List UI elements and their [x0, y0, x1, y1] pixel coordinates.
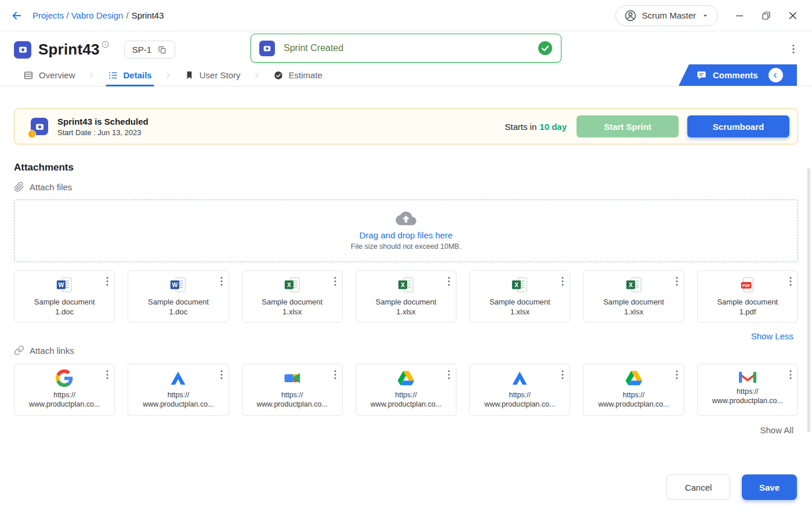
kebab-icon — [561, 277, 564, 286]
toast-message: Sprint Created — [284, 43, 529, 53]
link-card[interactable]: https:// www.productplan.co... — [128, 364, 229, 416]
kebab-icon — [789, 370, 792, 379]
tab-user-story[interactable]: User Story — [182, 64, 243, 86]
link-url: https:// www.productplan.co... — [29, 390, 100, 409]
file-name: Sample document 1.xlsx — [490, 298, 550, 317]
link-card[interactable]: https:// www.productplan.co... — [697, 364, 798, 416]
cancel-button[interactable]: Cancel — [666, 474, 730, 500]
kebab-icon — [220, 277, 223, 286]
attachments-heading: Attachments — [14, 162, 798, 173]
link-card[interactable]: https:// www.productplan.co... — [469, 364, 570, 416]
file-menu-button[interactable] — [444, 274, 454, 290]
user-menu-label: Scrum Master — [642, 10, 696, 20]
kebab-icon — [334, 370, 336, 379]
breadcrumb-current: Sprint43 — [132, 10, 164, 20]
bookmark-icon — [184, 70, 194, 80]
scrollbar-thumb[interactable] — [807, 168, 810, 432]
kebab-icon — [676, 370, 678, 379]
link-url: https:// www.productplan.co... — [598, 390, 669, 409]
back-button[interactable] — [9, 8, 24, 23]
link-card[interactable]: https:// www.productplan.co... — [242, 364, 343, 416]
collapse-panel-icon[interactable] — [768, 68, 783, 82]
breadcrumb-links[interactable]: Projects / Vabro Design — [32, 10, 123, 20]
link-menu-button[interactable] — [331, 368, 340, 383]
tab-details[interactable]: Details — [106, 64, 154, 86]
file-card[interactable]: Sample document 1.doc — [14, 270, 115, 322]
file-card[interactable]: Sample document 1.xlsx — [356, 270, 456, 322]
page-menu-button[interactable] — [789, 42, 798, 58]
file-menu-button[interactable] — [672, 274, 682, 290]
link-menu-button[interactable] — [786, 368, 795, 383]
footer-actions: Cancel Save — [666, 474, 797, 500]
close-button[interactable] — [786, 9, 799, 22]
starts-in-text: Starts in 10 day — [505, 122, 567, 132]
excel-file-icon — [283, 276, 302, 293]
link-url: https:// www.productplan.co... — [371, 390, 441, 409]
link-card[interactable]: https:// www.productplan.co... — [14, 364, 115, 416]
file-card[interactable]: Sample document 1.pdf — [697, 270, 798, 322]
file-menu-button[interactable] — [558, 274, 567, 290]
copy-button[interactable] — [158, 45, 167, 55]
breadcrumb: Projects / Vabro Design / Sprint43 — [32, 10, 164, 20]
dropzone-title: Drag and drop files here — [360, 230, 453, 240]
file-card[interactable]: Sample document 1.xlsx — [469, 270, 570, 322]
user-menu-button[interactable]: Scrum Master — [615, 5, 718, 26]
restore-button[interactable] — [760, 9, 773, 22]
kebab-icon — [448, 370, 450, 379]
kebab-icon — [561, 370, 564, 379]
window-controls — [733, 9, 799, 22]
dropzone-subtitle: File size should not exceed 10MB. — [351, 242, 461, 251]
save-button[interactable]: Save — [742, 474, 797, 500]
tabbar: Overview Details User Story Estimate — [0, 64, 812, 86]
file-menu-button[interactable] — [217, 274, 226, 290]
attach-files-label: Attach files — [30, 182, 72, 192]
file-menu-button[interactable] — [331, 274, 340, 290]
copy-icon — [158, 45, 167, 55]
pdf-file-icon — [738, 276, 757, 293]
info-icon[interactable] — [102, 41, 109, 50]
starts-in-value: 10 day — [539, 122, 567, 132]
excel-file-icon — [397, 276, 415, 293]
file-dropzone[interactable]: Drag and drop files here File size shoul… — [14, 200, 798, 262]
restore-icon — [761, 10, 771, 21]
chevron-right-icon — [164, 71, 173, 80]
overview-icon — [23, 70, 34, 81]
file-menu-button[interactable] — [786, 274, 795, 290]
start-sprint-button[interactable]: Start Sprint — [577, 115, 679, 137]
link-menu-button[interactable] — [558, 368, 567, 383]
tab-label: Overview — [39, 70, 75, 80]
arrow-left-icon — [10, 9, 23, 22]
tab-estimate[interactable]: Estimate — [271, 64, 325, 86]
link-card[interactable]: https:// www.productplan.co... — [356, 364, 456, 416]
link-card[interactable]: https:// www.productplan.co... — [583, 364, 684, 416]
scrumboard-button[interactable]: Scrumboard — [687, 115, 789, 137]
show-less-link[interactable]: Show Less — [15, 331, 797, 342]
vabro-logo-icon — [259, 41, 275, 56]
excel-file-icon — [510, 276, 529, 293]
attach-files-row: Attach files — [14, 182, 798, 192]
attach-links-row: Attach links — [14, 345, 798, 356]
file-cards: Sample document 1.doc Sample document 1.… — [14, 270, 798, 322]
link-cards: https:// www.productplan.co... https:// … — [14, 364, 798, 416]
link-menu-button[interactable] — [444, 368, 454, 383]
comments-tab[interactable]: Comments — [679, 64, 797, 86]
kebab-icon — [106, 277, 108, 286]
chevron-right-icon — [87, 71, 96, 80]
file-card[interactable]: Sample document 1.doc — [128, 270, 229, 322]
link-menu-button[interactable] — [103, 368, 112, 383]
file-card[interactable]: Sample document 1.xlsx — [583, 270, 684, 322]
link-menu-button[interactable] — [672, 368, 682, 383]
tab-label: Details — [124, 70, 152, 80]
kebab-icon — [334, 277, 336, 286]
file-card[interactable]: Sample document 1.xlsx — [242, 270, 343, 322]
word-file-icon — [55, 276, 74, 293]
link-url: https:// www.productplan.co... — [143, 390, 213, 409]
tab-overview[interactable]: Overview — [21, 64, 78, 86]
link-menu-button[interactable] — [217, 368, 226, 383]
minimize-button[interactable] — [733, 9, 746, 22]
check-circle-icon — [538, 41, 553, 56]
banner-title: Sprint43 is Scheduled — [57, 117, 148, 126]
kebab-icon — [448, 277, 450, 286]
file-menu-button[interactable] — [103, 274, 112, 290]
show-all-link[interactable]: Show All — [15, 425, 797, 436]
